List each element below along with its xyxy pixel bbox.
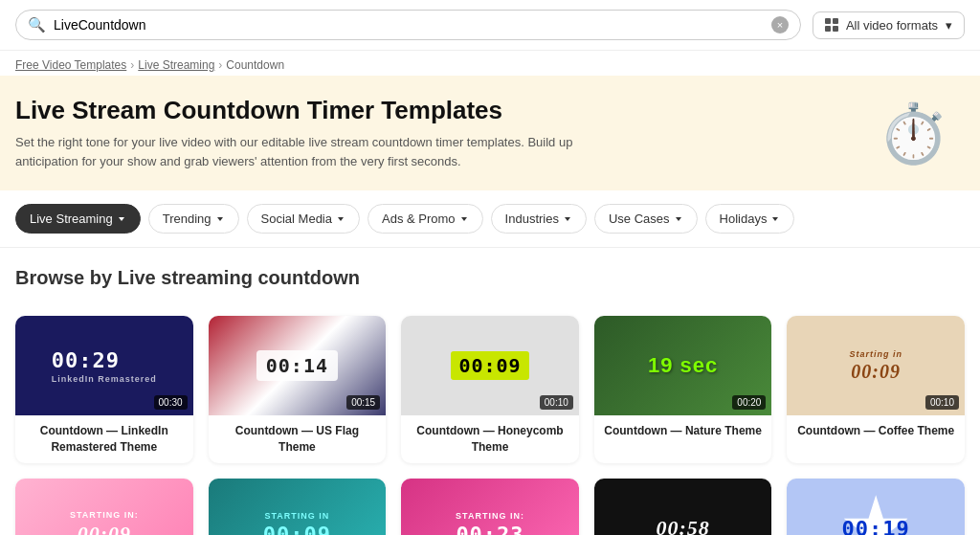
template-card-linkedin[interactable]: 00:29 LinkedIn Remastered 00:30 Countdow… [15, 316, 193, 463]
hero-banner: Live Stream Countdown Timer Templates Se… [0, 76, 980, 190]
template-card-starburst[interactable]: 00:19 00:20 Countdown — Starburst Theme [787, 479, 965, 535]
hero-text: Live Stream Countdown Timer Templates Se… [15, 96, 609, 170]
breadcrumb: Free Video Templates › Live Streaming › … [0, 51, 980, 76]
template-grid-row1: 00:29 LinkedIn Remastered 00:30 Countdow… [0, 316, 980, 479]
page-title: Live Stream Countdown Timer Templates [15, 96, 609, 125]
card-label-usflag: Countdown — US Flag Theme [209, 415, 387, 463]
template-thumb-starburst: 00:19 [787, 479, 965, 535]
duration-badge-nature: 00:20 [732, 395, 766, 410]
cat-use-cases[interactable]: Use Cases [594, 204, 698, 234]
search-icon: 🔍 [28, 16, 46, 33]
template-card-pink[interactable]: STARTING IN: 00:23 00:25 Countdown — Pin… [401, 479, 579, 535]
cat-trending[interactable]: Trending [148, 204, 239, 234]
search-input[interactable] [54, 17, 764, 33]
chevron-down-icon: ▾ [946, 18, 952, 33]
template-card-dark[interactable]: 00:58 1:00 Countdown — Dark Theme [594, 479, 772, 535]
template-card-coffee[interactable]: Starting in 00:09 00:10 Countdown — Coff… [787, 316, 965, 463]
template-card-honeycomb[interactable]: 00:09 00:10 Countdown — Honeycomb Theme [401, 316, 579, 463]
search-bar: 🔍 × [15, 10, 801, 40]
clear-search-button[interactable]: × [771, 16, 789, 33]
cat-industries[interactable]: Industries [491, 204, 587, 234]
category-nav: Live Streaming Trending Social Media Ads… [0, 190, 980, 248]
template-thumb-dark: 00:58 [594, 479, 772, 535]
card-label-coffee: Countdown — Coffee Theme [787, 415, 965, 447]
format-selector[interactable]: All video formats ▾ [813, 11, 965, 39]
breadcrumb-sep-1: › [130, 58, 134, 72]
cat-live-streaming[interactable]: Live Streaming [15, 204, 141, 234]
breadcrumb-free-templates[interactable]: Free Video Templates [15, 58, 126, 72]
duration-badge-honeycomb: 00:10 [540, 395, 573, 410]
browse-title: Browse by Live streaming countdown [15, 267, 965, 289]
cat-social-media[interactable]: Social Media [247, 204, 360, 234]
duration-badge-linkedin: 00:30 [154, 395, 188, 410]
template-card-silhouette[interactable]: STARTING IN: 00:09 00:10 Countdown — Sil… [15, 479, 193, 535]
breadcrumb-current: Countdown [226, 58, 284, 72]
template-grid-row2: STARTING IN: 00:09 00:10 Countdown — Sil… [0, 479, 980, 535]
duration-badge-coffee: 00:10 [925, 395, 959, 410]
header: 🔍 × All video formats ▾ [0, 0, 980, 51]
template-thumb-silhouette: STARTING IN: 00:09 [15, 479, 193, 535]
template-card-teal[interactable]: STARTING IN 00:09 00:10 Countdown — Teal… [209, 479, 387, 535]
card-label-nature: Countdown — Nature Theme [594, 415, 772, 447]
format-label: All video formats [846, 18, 938, 33]
template-card-nature[interactable]: 19 sec 00:20 Countdown — Nature Theme [594, 316, 772, 463]
cat-holidays[interactable]: Holidays [705, 204, 795, 234]
hero-image: ⏱️ [865, 85, 961, 181]
template-thumb-teal: STARTING IN 00:09 [209, 479, 387, 535]
hero-description: Set the right tone for your live video w… [15, 133, 609, 170]
breadcrumb-live-streaming[interactable]: Live Streaming [138, 58, 214, 72]
template-thumb-pink: STARTING IN: 00:23 [401, 479, 579, 535]
template-card-usflag[interactable]: 00:14 00:15 Countdown — US Flag Theme [209, 316, 387, 463]
grid-icon [825, 18, 838, 32]
card-label-honeycomb: Countdown — Honeycomb Theme [401, 415, 579, 463]
cat-ads-promo[interactable]: Ads & Promo [368, 204, 483, 234]
duration-badge-usflag: 00:15 [346, 395, 380, 410]
browse-section: Browse by Live streaming countdown [0, 248, 980, 316]
card-label-linkedin: Countdown — LinkedIn Remastered Theme [15, 415, 193, 463]
breadcrumb-sep-2: › [218, 58, 222, 72]
